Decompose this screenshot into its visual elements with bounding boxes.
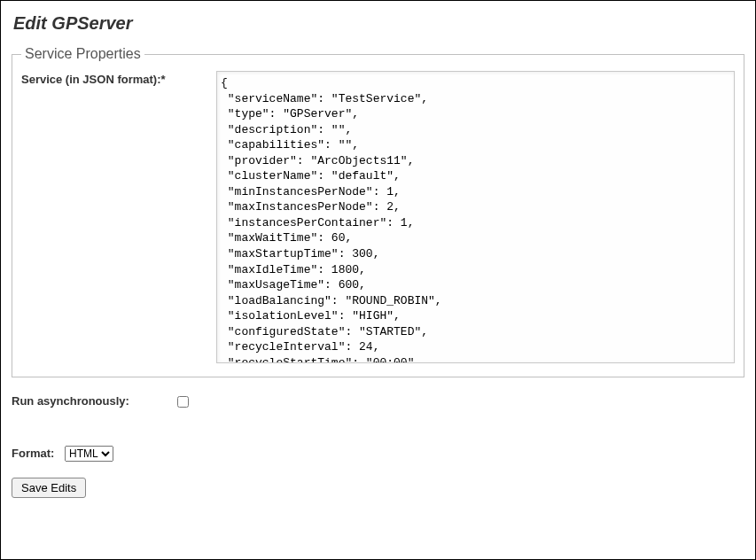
page-container: Edit GPServer Service Properties Service…: [0, 0, 756, 560]
page-title: Edit GPServer: [13, 13, 744, 34]
format-label: Format:: [12, 447, 54, 460]
save-edits-button[interactable]: Save Edits: [12, 478, 86, 498]
service-json-input-cell: [216, 71, 735, 366]
run-async-row: Run asynchronously:: [12, 393, 744, 410]
run-async-label: Run asynchronously:: [12, 394, 167, 408]
format-select[interactable]: HTML: [65, 446, 113, 462]
service-json-row: Service (in JSON format):*: [21, 71, 735, 366]
service-json-textarea[interactable]: [216, 71, 735, 363]
service-json-label: Service (in JSON format):*: [21, 71, 216, 86]
format-row: Format: HTML: [12, 446, 744, 462]
save-row: Save Edits: [12, 478, 744, 498]
service-properties-legend: Service Properties: [21, 46, 144, 62]
run-async-checkbox[interactable]: [177, 396, 189, 408]
service-properties-fieldset: Service Properties Service (in JSON form…: [12, 46, 744, 377]
